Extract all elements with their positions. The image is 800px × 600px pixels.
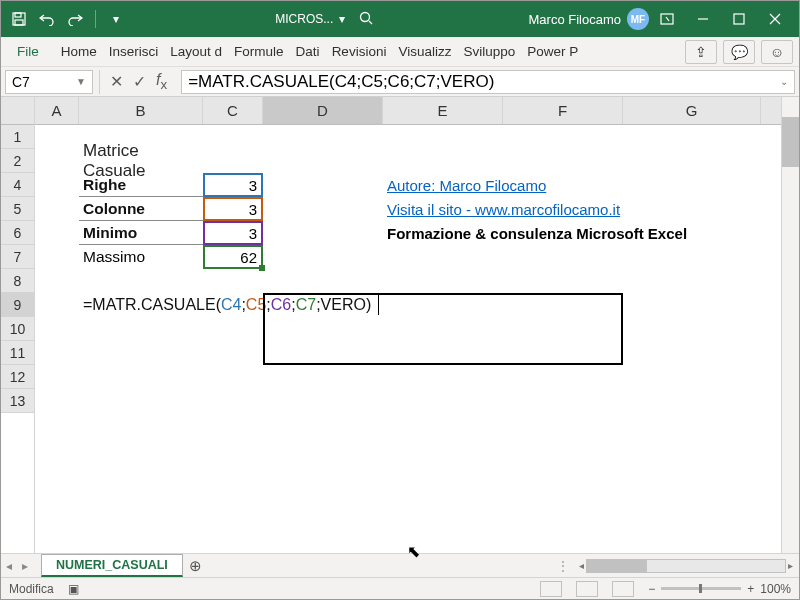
row-header[interactable]: 12 <box>1 365 34 389</box>
tab-view[interactable]: Visualizz <box>392 37 457 66</box>
tab-home[interactable]: Home <box>55 37 103 66</box>
save-icon[interactable] <box>7 7 31 31</box>
row-header[interactable]: 6 <box>1 221 34 245</box>
tab-layout[interactable]: Layout d <box>164 37 228 66</box>
avatar[interactable]: MF <box>627 8 649 30</box>
tab-data[interactable]: Dati <box>290 37 326 66</box>
user-name[interactable]: Marco Filocamo <box>529 12 621 27</box>
fx-icon[interactable]: fx <box>156 71 167 92</box>
zoom-in-icon[interactable]: + <box>747 582 754 596</box>
tab-powerpivot[interactable]: Power P <box>521 37 584 66</box>
title-bar: ▾ MICROS... ▾ Marco Filocamo MF <box>1 1 799 37</box>
tab-nav-next-icon[interactable]: ▸ <box>17 559 33 573</box>
share-icon[interactable]: ⇪ <box>685 40 717 64</box>
view-pagebreak-icon[interactable] <box>612 581 634 597</box>
row-header[interactable]: 11 <box>1 341 34 365</box>
col-header[interactable]: A <box>35 97 79 124</box>
view-pagelayout-icon[interactable] <box>576 581 598 597</box>
tab-review[interactable]: Revisioni <box>326 37 393 66</box>
formula-bar[interactable]: =MATR.CASUALE(C4;C5;C6;C7;VERO) ⌄ <box>181 70 795 94</box>
enter-formula-icon[interactable]: ✓ <box>133 72 146 91</box>
ribbon-tabs: File Home Inserisci Layout d Formule Dat… <box>1 37 799 67</box>
expand-formula-icon[interactable]: ⌄ <box>780 76 788 87</box>
row-header[interactable]: 2 <box>1 149 34 173</box>
zoom-level[interactable]: 100% <box>760 582 791 596</box>
qat-customize-icon[interactable]: ▾ <box>104 7 128 31</box>
value-minimo[interactable]: 3 <box>203 221 263 245</box>
name-box-value: C7 <box>12 74 30 90</box>
tab-nav-prev-icon[interactable]: ◂ <box>1 559 17 573</box>
column-headers: A B C D E F G <box>35 97 781 125</box>
label-righe[interactable]: Righe <box>79 173 203 197</box>
vertical-scrollbar[interactable] <box>781 97 799 553</box>
document-title: MICROS... <box>275 12 333 26</box>
help-icon[interactable]: ☺ <box>761 40 793 64</box>
svg-rect-2 <box>15 20 23 25</box>
site-link[interactable]: Visita il sito - www.marcofilocamo.it <box>383 197 733 221</box>
row-header[interactable]: 4 <box>1 173 34 197</box>
label-minimo[interactable]: Minimo <box>79 221 203 245</box>
row-header[interactable]: 10 <box>1 317 34 341</box>
tab-file[interactable]: File <box>11 37 45 66</box>
cancel-formula-icon[interactable]: ✕ <box>110 72 123 91</box>
horizontal-scrollbar[interactable]: ⋮ ◂ ▸ <box>209 559 799 573</box>
close-icon[interactable] <box>757 5 793 33</box>
search-icon[interactable] <box>359 11 373 28</box>
zoom-slider[interactable] <box>661 587 741 590</box>
formula-display[interactable]: =MATR.CASUALE(C4;C5;C6;C7;VERO) <box>79 293 579 317</box>
cell-grid[interactable]: Matrice Casuale Righe 3 Autore: Marco Fi… <box>35 125 781 553</box>
redo-icon[interactable] <box>63 7 87 31</box>
row-header[interactable]: 9 <box>1 293 34 317</box>
row-header[interactable]: 5 <box>1 197 34 221</box>
chevron-down-icon[interactable]: ▼ <box>76 76 86 87</box>
formula-bar-row: C7 ▼ ✕ ✓ fx =MATR.CASUALE(C4;C5;C6;C7;VE… <box>1 67 799 97</box>
select-all-corner[interactable] <box>1 97 34 125</box>
tab-insert[interactable]: Inserisci <box>103 37 165 66</box>
col-header[interactable]: B <box>79 97 203 124</box>
status-bar: Modifica ▣ − + 100% <box>1 577 799 599</box>
sheet-tabs-row: ◂ ▸ NUMERI_CASUALI ⊕ ⋮ ◂ ▸ <box>1 553 799 577</box>
col-header[interactable]: C <box>203 97 263 124</box>
zoom-out-icon[interactable]: − <box>648 582 655 596</box>
name-box[interactable]: C7 ▼ <box>5 70 93 94</box>
row-headers: 1 2 4 5 6 7 8 9 10 11 12 13 <box>1 97 35 553</box>
value-righe[interactable]: 3 <box>203 173 263 197</box>
add-sheet-icon[interactable]: ⊕ <box>183 557 209 575</box>
text-cursor <box>378 295 379 315</box>
title-dropdown-icon[interactable]: ▾ <box>339 12 345 26</box>
col-header[interactable]: E <box>383 97 503 124</box>
row-header[interactable]: 7 <box>1 245 34 269</box>
info-text[interactable]: Formazione & consulenza Microsoft Excel <box>383 221 781 245</box>
label-colonne[interactable]: Colonne <box>79 197 203 221</box>
zoom-control[interactable]: − + 100% <box>648 582 791 596</box>
svg-rect-5 <box>734 14 744 24</box>
comments-icon[interactable]: 💬 <box>723 40 755 64</box>
svg-rect-1 <box>15 13 21 17</box>
row-header[interactable]: 13 <box>1 389 34 413</box>
maximize-icon[interactable] <box>721 5 757 33</box>
tab-formulas[interactable]: Formule <box>228 37 290 66</box>
col-header[interactable]: D <box>263 97 383 124</box>
sheet-title[interactable]: Matrice Casuale <box>79 149 203 173</box>
ribbon-options-icon[interactable] <box>649 5 685 33</box>
view-normal-icon[interactable] <box>540 581 562 597</box>
svg-rect-0 <box>13 13 25 25</box>
minimize-icon[interactable] <box>685 5 721 33</box>
formula-bar-text: =MATR.CASUALE(C4;C5;C6;C7;VERO) <box>188 72 494 92</box>
value-colonne[interactable]: 3 <box>203 197 263 221</box>
macro-recorder-icon[interactable]: ▣ <box>68 582 79 596</box>
col-header[interactable]: G <box>623 97 761 124</box>
status-mode: Modifica <box>9 582 54 596</box>
row-header[interactable]: 8 <box>1 269 34 293</box>
undo-icon[interactable] <box>35 7 59 31</box>
svg-point-3 <box>361 12 370 21</box>
sheet-tab[interactable]: NUMERI_CASUALI <box>41 554 183 577</box>
svg-rect-4 <box>661 14 673 24</box>
value-massimo[interactable]: 62 <box>203 245 263 269</box>
col-header[interactable]: F <box>503 97 623 124</box>
author-link[interactable]: Autore: Marco Filocamo <box>383 173 683 197</box>
label-massimo[interactable]: Massimo <box>79 245 203 269</box>
row-header[interactable]: 1 <box>1 125 34 149</box>
tab-developer[interactable]: Sviluppo <box>457 37 521 66</box>
